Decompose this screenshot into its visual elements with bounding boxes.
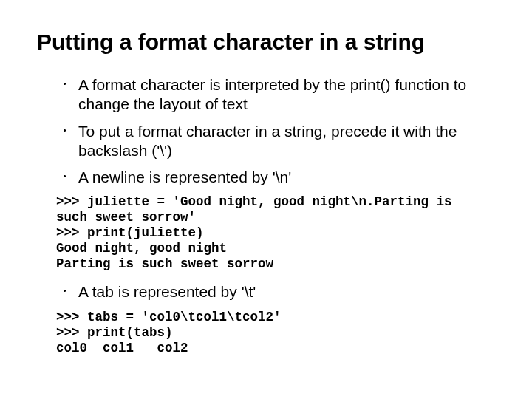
slide: Putting a format character in a string A… bbox=[0, 0, 532, 399]
bullet-list: A tab is represented by '\t' bbox=[37, 282, 495, 301]
list-item: A format character is interpreted by the… bbox=[66, 75, 495, 115]
list-item: A newline is represented by '\n' bbox=[66, 168, 495, 187]
bullet-text: To put a format character in a string, p… bbox=[78, 123, 457, 159]
bullet-list: A format character is interpreted by the… bbox=[37, 75, 495, 187]
code-block: >>> juliette = 'Good night, good night\n… bbox=[56, 194, 470, 272]
list-item: A tab is represented by '\t' bbox=[66, 282, 495, 301]
bullet-text: A format character is interpreted by the… bbox=[78, 76, 466, 112]
list-item: To put a format character in a string, p… bbox=[66, 122, 495, 161]
code-block: >>> tabs = 'col0\tcol1\tcol2' >>> print(… bbox=[56, 310, 470, 356]
bullet-text: A tab is represented by '\t' bbox=[78, 283, 256, 300]
bullet-text: A newline is represented by '\n' bbox=[78, 168, 291, 185]
slide-title: Putting a format character in a string bbox=[37, 30, 495, 55]
